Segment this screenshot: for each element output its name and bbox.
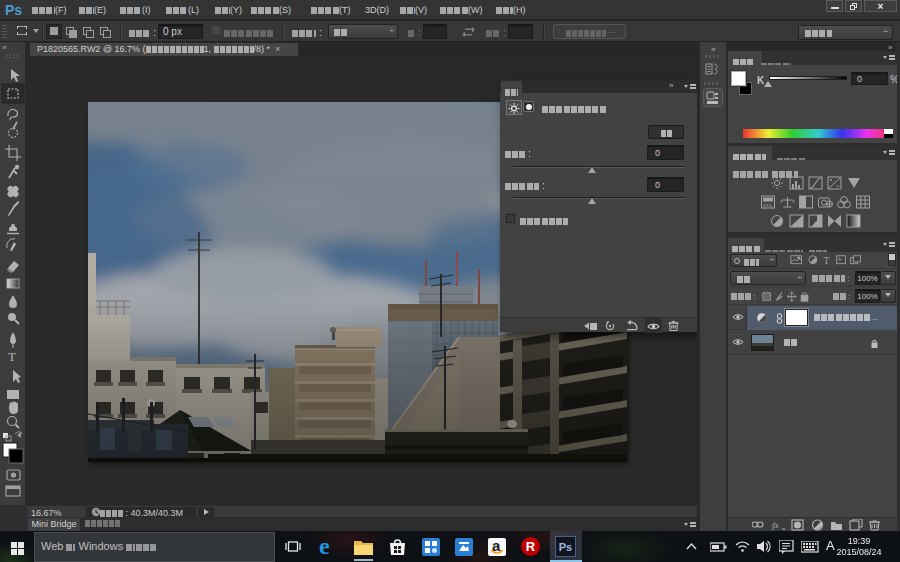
svg-text:»: » — [2, 43, 7, 52]
svg-text:T: T — [823, 255, 829, 266]
svg-text:fx: fx — [772, 520, 779, 530]
svg-text:T: T — [8, 349, 16, 364]
